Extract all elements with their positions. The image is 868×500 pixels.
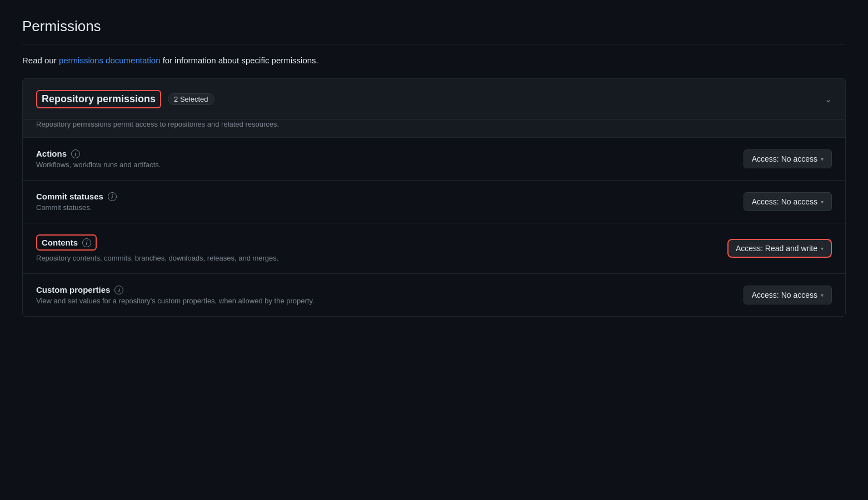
permission-name-custom-properties: Custom propertiesi: [36, 285, 744, 294]
dropdown-arrow-icon: ▾: [821, 246, 824, 252]
header-left: Repository permissions 2 Selected: [36, 90, 214, 108]
permission-row: Commit statusesiCommit statuses.Access: …: [23, 181, 845, 223]
access-dropdown-contents[interactable]: Access: Read and write▾: [727, 239, 832, 258]
permission-name-wrapper-contents: Contentsi: [36, 234, 727, 253]
title-divider: [22, 44, 846, 44]
info-icon-commit-statuses[interactable]: i: [108, 192, 117, 201]
permissions-doc-link[interactable]: permissions documentation: [59, 56, 161, 65]
permission-row: ContentsiRepository contents, commits, b…: [23, 223, 845, 274]
intro-prefix: Read our: [22, 56, 59, 65]
permission-name-contents: Contentsi: [36, 234, 97, 251]
access-label-contents: Access: Read and write: [736, 244, 817, 253]
dropdown-arrow-icon: ▾: [821, 156, 824, 162]
access-dropdown-commit-statuses[interactable]: Access: No access▾: [744, 192, 832, 211]
access-dropdown-actions[interactable]: Access: No access▾: [744, 149, 832, 168]
chevron-down-icon: ⌄: [825, 94, 832, 104]
page-title: Permissions: [22, 18, 846, 35]
permission-name-text-contents: Contents: [42, 238, 78, 247]
repository-permissions-description: Repository permissions permit access to …: [23, 120, 845, 138]
permission-name-text-custom-properties: Custom properties: [36, 285, 110, 294]
permission-left-custom-properties: Custom propertiesiView and set values fo…: [36, 285, 744, 305]
repository-permissions-title: Repository permissions: [36, 90, 161, 108]
permission-left-contents: ContentsiRepository contents, commits, b…: [36, 234, 727, 262]
dropdown-arrow-icon: ▾: [821, 199, 824, 205]
permission-description-commit-statuses: Commit statuses.: [36, 203, 744, 212]
repository-permissions-section: Repository permissions 2 Selected ⌄ Repo…: [22, 78, 846, 317]
info-icon-actions[interactable]: i: [71, 149, 80, 158]
access-label-actions: Access: No access: [752, 154, 817, 163]
permission-description-custom-properties: View and set values for a repository's c…: [36, 297, 744, 305]
permission-left-actions: ActionsiWorkflows, workflow runs and art…: [36, 149, 744, 169]
permission-name-actions: Actionsi: [36, 149, 744, 158]
permissions-list: ActionsiWorkflows, workflow runs and art…: [23, 138, 845, 316]
permission-name-wrapper-custom-properties: Custom propertiesi: [36, 285, 744, 294]
permission-name-wrapper-actions: Actionsi: [36, 149, 744, 158]
permission-row: Custom propertiesiView and set values fo…: [23, 274, 845, 316]
access-label-commit-statuses: Access: No access: [752, 197, 817, 206]
permission-name-wrapper-commit-statuses: Commit statusesi: [36, 192, 744, 201]
info-icon-contents[interactable]: i: [82, 238, 91, 247]
dropdown-arrow-icon: ▾: [821, 292, 824, 298]
permission-description-contents: Repository contents, commits, branches, …: [36, 254, 727, 262]
intro-text: Read our permissions documentation for i…: [22, 56, 846, 65]
permission-name-commit-statuses: Commit statusesi: [36, 192, 744, 201]
access-dropdown-custom-properties[interactable]: Access: No access▾: [744, 286, 832, 304]
permission-row: ActionsiWorkflows, workflow runs and art…: [23, 138, 845, 181]
permission-left-commit-statuses: Commit statusesiCommit statuses.: [36, 192, 744, 212]
access-label-custom-properties: Access: No access: [752, 291, 817, 299]
info-icon-custom-properties[interactable]: i: [114, 286, 123, 294]
repository-permissions-header[interactable]: Repository permissions 2 Selected ⌄: [23, 79, 845, 120]
selected-badge: 2 Selected: [168, 93, 214, 105]
intro-suffix: for information about specific permissio…: [160, 56, 318, 65]
permission-name-text-commit-statuses: Commit statuses: [36, 192, 103, 201]
permission-name-text-actions: Actions: [36, 149, 67, 158]
permission-description-actions: Workflows, workflow runs and artifacts.: [36, 161, 744, 169]
